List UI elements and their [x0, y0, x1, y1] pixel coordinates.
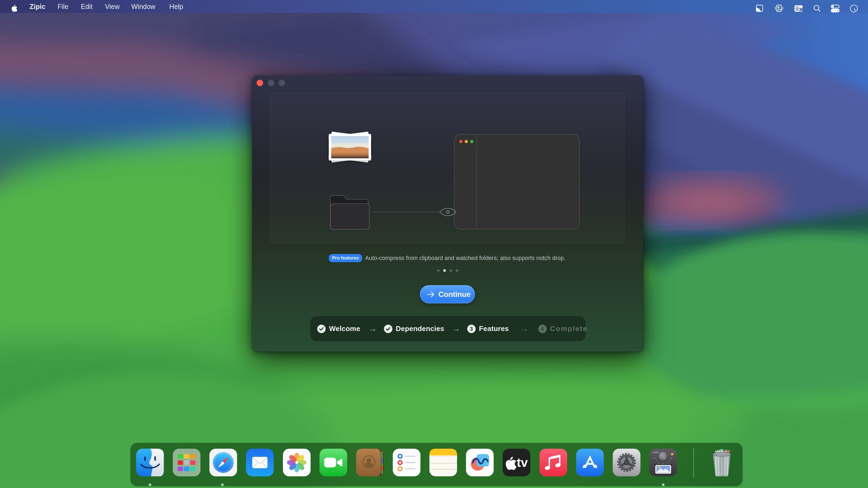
svg-text:⌘: ⌘: [799, 7, 803, 12]
svg-text:LEVEL: LEVEL: [653, 451, 659, 453]
svg-text:3: 3: [470, 326, 473, 332]
svg-text:tv: tv: [517, 455, 528, 469]
svg-text:4: 4: [540, 326, 545, 332]
